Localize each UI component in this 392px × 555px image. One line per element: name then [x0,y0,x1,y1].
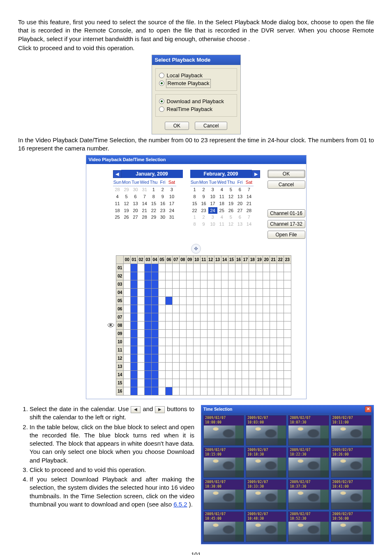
time-block[interactable] [242,338,249,346]
calendar-day[interactable]: 26 [226,207,235,214]
time-block[interactable] [145,321,152,330]
time-block[interactable] [165,272,172,280]
time-block[interactable] [179,289,186,297]
calendar-day[interactable]: 31 [140,186,149,193]
calendar-day[interactable]: 24 [208,207,217,214]
time-block[interactable] [256,363,263,371]
time-block[interactable] [249,289,256,297]
time-block[interactable] [207,387,214,395]
time-block[interactable] [159,330,166,338]
time-block[interactable] [186,338,193,346]
time-block[interactable] [235,272,242,280]
time-block[interactable] [165,305,172,313]
time-block[interactable] [242,371,249,379]
calendar-day[interactable]: 10 [208,193,217,200]
calendar-day[interactable]: 7 [140,193,149,200]
time-block[interactable] [145,305,152,313]
time-block[interactable] [131,330,138,338]
time-block[interactable] [235,338,242,346]
time-block[interactable] [159,280,166,289]
time-block[interactable] [172,264,179,272]
calendar-day[interactable]: 15 [149,200,158,207]
time-block[interactable] [235,354,242,363]
time-block[interactable] [277,379,284,387]
calendar-day[interactable]: 5 [226,186,235,193]
time-block[interactable] [152,363,159,371]
time-block[interactable] [165,289,172,297]
time-block[interactable] [256,354,263,363]
time-block[interactable] [159,354,166,363]
time-block[interactable] [159,321,166,330]
time-block[interactable] [138,330,145,338]
time-block[interactable] [256,338,263,346]
time-block[interactable] [193,289,200,297]
calendar-day[interactable]: 21 [244,200,254,207]
time-block[interactable] [159,297,166,305]
time-block[interactable] [270,338,277,346]
calendar-day[interactable]: 9 [158,193,167,200]
time-block[interactable] [228,354,235,363]
time-block[interactable] [221,305,228,313]
time-block[interactable] [235,346,242,354]
time-block[interactable] [207,297,214,305]
calendar-day[interactable]: 4 [217,214,226,221]
time-block[interactable] [228,280,235,289]
calendar-day[interactable]: 8 [149,193,158,200]
time-block[interactable] [172,338,179,346]
time-block[interactable] [207,363,214,371]
time-block[interactable] [138,313,145,321]
time-block[interactable] [159,264,166,272]
time-block[interactable] [263,264,270,272]
time-block[interactable] [284,354,291,363]
time-block[interactable] [152,272,159,280]
time-block[interactable] [207,289,214,297]
time-block[interactable] [256,330,263,338]
time-block[interactable] [131,363,138,371]
time-block[interactable] [193,387,200,395]
time-block[interactable] [145,280,152,289]
time-block[interactable] [179,330,186,338]
time-block[interactable] [207,305,214,313]
time-block[interactable] [200,379,207,387]
time-block[interactable] [263,272,270,280]
time-block[interactable] [270,363,277,371]
time-block[interactable] [186,387,193,395]
calendar-day[interactable]: 29 [122,186,131,193]
time-block[interactable] [138,379,145,387]
calendar-day[interactable]: 11 [217,221,226,228]
time-block[interactable] [145,264,152,272]
time-block[interactable] [159,338,166,346]
time-block[interactable] [270,346,277,354]
time-block[interactable] [214,272,221,280]
time-block[interactable] [152,371,159,379]
calendar-day[interactable]: 22 [149,207,158,214]
time-block[interactable] [249,321,256,330]
time-block[interactable] [165,371,172,379]
time-block[interactable] [221,346,228,354]
time-block[interactable] [249,280,256,289]
calendar-day[interactable]: 16 [199,200,208,207]
calendar-day[interactable]: 6 [235,186,244,193]
time-block[interactable] [284,330,291,338]
time-block[interactable] [179,264,186,272]
time-block[interactable] [186,330,193,338]
time-block[interactable] [131,280,138,289]
time-block[interactable] [235,297,242,305]
time-block[interactable] [152,280,159,289]
time-block[interactable] [284,338,291,346]
calendar-day[interactable]: 23 [158,207,167,214]
time-block[interactable] [249,264,256,272]
time-block[interactable] [270,297,277,305]
calendar-grid[interactable]: SunMonTueWedThuFriSat1234567891011121314… [190,179,254,228]
time-block[interactable] [256,346,263,354]
time-block[interactable] [165,280,172,289]
time-block[interactable] [165,264,172,272]
calendar-day[interactable]: 6 [131,193,140,200]
time-block[interactable] [145,354,152,363]
calendar-day[interactable]: 27 [235,207,244,214]
time-block[interactable] [200,371,207,379]
time-block[interactable] [277,354,284,363]
calendar-grid[interactable]: SunMonTueWedThuFriSat2829303112345678910… [113,179,176,221]
time-block[interactable] [235,264,242,272]
crossref-link[interactable]: 6.5.2 [173,501,187,508]
